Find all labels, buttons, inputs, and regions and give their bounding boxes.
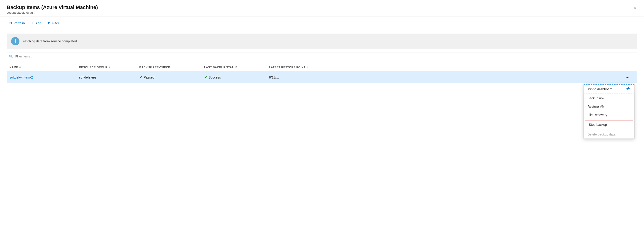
info-icon: i xyxy=(11,37,20,46)
col-header-latest-restore: LATEST RESTORE POINT ⇅ xyxy=(269,66,620,69)
panel-subtitle: sogupsoftdeletevault xyxy=(7,11,637,14)
backup-now-button[interactable]: Backup now xyxy=(584,94,634,102)
toolbar: ↻ Refresh ＋ Add ▼ Filter xyxy=(0,16,644,30)
row-ellipsis-button[interactable]: ··· xyxy=(624,74,632,81)
col-header-actions xyxy=(620,66,634,69)
refresh-icon: ↻ xyxy=(9,21,12,25)
col-header-last-backup: LAST BACKUP STATUS ⇅ xyxy=(204,66,269,69)
file-recovery-button[interactable]: File Recovery xyxy=(584,111,634,119)
sort-icon-lrp: ⇅ xyxy=(306,66,308,69)
filter-button[interactable]: ▼ Filter xyxy=(44,20,62,27)
add-button[interactable]: ＋ Add xyxy=(28,19,44,27)
pin-to-dashboard-button[interactable]: Pin to dashboard xyxy=(584,84,634,94)
cell-name: softdel-vm-am-2 xyxy=(10,76,79,79)
filter-icon: ▼ xyxy=(47,21,50,25)
sort-icon-rg: ⇅ xyxy=(108,66,110,69)
add-label: Add xyxy=(36,21,41,25)
sort-icon-lbs: ⇅ xyxy=(238,66,240,69)
sort-icon-name: ⇅ xyxy=(19,66,21,69)
search-icon: 🔍 xyxy=(9,55,13,58)
backup-success-icon: ✔ xyxy=(204,75,207,80)
delete-backup-button[interactable]: Delete backup data xyxy=(584,130,634,138)
cell-latest-restore: 8/13/... xyxy=(269,76,620,79)
backup-now-label: Backup now xyxy=(588,96,605,100)
stop-backup-button[interactable]: Stop backup xyxy=(585,120,633,129)
refresh-label: Refresh xyxy=(14,21,25,25)
col-header-name: NAME ⇅ xyxy=(10,66,79,69)
add-icon: ＋ xyxy=(30,20,34,26)
info-banner: i Fetching data from service completed. xyxy=(7,34,637,49)
delete-backup-label: Delete backup data xyxy=(588,132,616,136)
cell-actions: ··· Pin to dashboard Backup now xyxy=(620,74,634,81)
filter-label: Filter xyxy=(52,21,59,25)
col-header-resource-group: RESOURCE GROUP ⇅ xyxy=(79,66,139,69)
close-button[interactable]: × xyxy=(632,4,638,11)
search-input[interactable] xyxy=(7,52,637,60)
context-menu: Pin to dashboard Backup now Restore VM xyxy=(584,84,634,139)
banner-message: Fetching data from service completed. xyxy=(23,40,78,43)
table-row: softdel-vm-am-2 softdeleterg ✔ Passed ✔ … xyxy=(7,71,637,84)
restore-vm-button[interactable]: Restore VM xyxy=(584,102,634,111)
table-header: NAME ⇅ RESOURCE GROUP ⇅ BACKUP PRE-CHECK… xyxy=(7,64,637,71)
backup-items-panel: Backup Items (Azure Virtual Machine) sog… xyxy=(0,0,644,246)
refresh-button[interactable]: ↻ Refresh xyxy=(7,20,27,27)
cell-last-backup: ✔ Success xyxy=(204,75,269,80)
cell-resource-group: softdeleterg xyxy=(79,76,139,79)
cell-backup-precheck: ✔ Passed xyxy=(139,75,204,80)
stop-backup-label: Stop backup xyxy=(589,123,607,126)
panel-title: Backup Items (Azure Virtual Machine) xyxy=(7,4,637,10)
col-header-backup-precheck: BACKUP PRE-CHECK xyxy=(139,66,204,69)
panel-header: Backup Items (Azure Virtual Machine) sog… xyxy=(0,0,644,16)
pin-icon xyxy=(626,87,630,91)
precheck-success-icon: ✔ xyxy=(139,75,142,80)
restore-vm-label: Restore VM xyxy=(588,105,604,108)
table-container: NAME ⇅ RESOURCE GROUP ⇅ BACKUP PRE-CHECK… xyxy=(7,64,637,84)
pin-label: Pin to dashboard xyxy=(588,87,612,91)
file-recovery-label: File Recovery xyxy=(588,113,608,117)
search-bar: 🔍 xyxy=(7,52,637,60)
